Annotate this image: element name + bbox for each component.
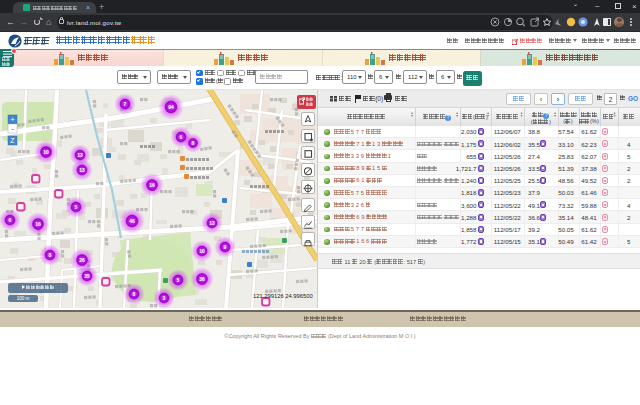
svg-text:13: 13 bbox=[79, 166, 85, 172]
svg-text:5: 5 bbox=[75, 203, 78, 209]
svg-text:6: 6 bbox=[9, 216, 12, 222]
svg-text:16: 16 bbox=[35, 220, 41, 226]
svg-text:10: 10 bbox=[199, 247, 205, 253]
svg-text:Z: Z bbox=[10, 137, 15, 144]
svg-text:5: 5 bbox=[177, 276, 180, 282]
svg-text:16: 16 bbox=[149, 181, 155, 187]
svg-text:10: 10 bbox=[43, 148, 49, 154]
svg-text:+: + bbox=[10, 115, 15, 124]
svg-text:46: 46 bbox=[129, 217, 135, 223]
svg-text:36: 36 bbox=[199, 275, 205, 281]
svg-text:7: 7 bbox=[124, 100, 127, 106]
svg-text:8: 8 bbox=[49, 251, 52, 257]
svg-text:13: 13 bbox=[77, 151, 83, 157]
svg-text:3: 3 bbox=[163, 294, 166, 300]
svg-text:8: 8 bbox=[192, 139, 195, 145]
svg-text:-: - bbox=[11, 124, 14, 133]
svg-text:26: 26 bbox=[79, 256, 85, 262]
svg-text:35: 35 bbox=[84, 272, 90, 278]
svg-text:9: 9 bbox=[224, 243, 227, 249]
svg-text:94: 94 bbox=[168, 103, 174, 109]
svg-text:13: 13 bbox=[209, 219, 215, 225]
svg-text:6: 6 bbox=[180, 133, 183, 139]
svg-text:8: 8 bbox=[133, 290, 136, 296]
